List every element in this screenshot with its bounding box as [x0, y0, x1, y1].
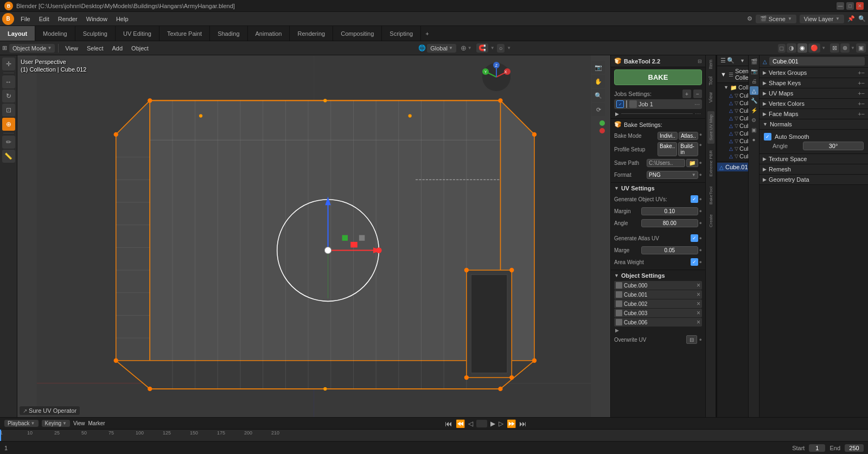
menu-render[interactable]: Render — [54, 15, 82, 23]
next-frame-button[interactable]: ⏩ — [507, 419, 516, 428]
tab-some-other[interactable]: Create — [707, 211, 714, 231]
vg-remove[interactable]: − — [861, 69, 865, 76]
tab-extreme-pbr[interactable]: Extreme PBR — [707, 147, 714, 180]
search-icon[interactable]: 🔍 — [858, 15, 866, 22]
tree-item-cube007[interactable]: △ ▽ Cube.007 👁 — [717, 152, 748, 160]
prop-icon-physics[interactable]: ⚙ — [750, 116, 758, 124]
geometry-data-header[interactable]: ▶ Geometry Data — [760, 175, 868, 185]
rotate-view-icon[interactable]: ⟳ — [592, 103, 605, 116]
props-object-name[interactable]: Cube.001 — [769, 57, 865, 66]
gizmo-toggle[interactable]: ⊠ — [830, 43, 839, 53]
obj-more-arrow[interactable]: ▶ — [615, 328, 619, 333]
gen-atlas-uv-check[interactable]: ✓ — [691, 234, 698, 242]
viewport-shading-1[interactable]: □ — [778, 44, 786, 53]
add-menu[interactable]: Add — [109, 44, 126, 53]
tab-layout[interactable]: Layout — [0, 26, 35, 41]
measure-tool[interactable]: 📏 — [2, 150, 15, 163]
bake-button[interactable]: BAKE — [614, 69, 702, 85]
prop-icon-output[interactable]: 🖨 — [750, 76, 758, 85]
maximize-button[interactable]: □ — [846, 2, 854, 10]
baketool-options[interactable]: ⊟ — [698, 59, 702, 64]
move-tool[interactable]: ↔ — [2, 75, 15, 88]
prop-icon-render[interactable]: 📷 — [750, 67, 758, 75]
uv-maps-header[interactable]: ▶ UV Maps + − — [760, 88, 868, 99]
pivot-icon[interactable]: ⊕ — [461, 44, 467, 52]
auto-smooth-check[interactable]: ✓ — [764, 133, 771, 140]
save-path-value[interactable]: C:\Users.. — [647, 159, 685, 167]
menu-help[interactable]: Help — [112, 15, 133, 23]
menu-window[interactable]: Window — [82, 15, 112, 23]
menu-edit[interactable]: Edit — [35, 15, 54, 23]
view-menu[interactable]: View — [62, 44, 81, 53]
marge-input[interactable]: 0.05 — [641, 246, 698, 254]
sk-remove[interactable]: − — [861, 80, 865, 86]
viewport[interactable]: User Perspective (1) Collection | Cube.0… — [17, 55, 610, 417]
keying-dropdown[interactable]: Keying ▼ — [42, 420, 71, 427]
transform-tool[interactable]: ⊕ — [2, 118, 15, 131]
face-maps-header[interactable]: ▶ Face Maps + − — [760, 109, 868, 119]
rotate-tool[interactable]: ↻ — [2, 89, 15, 103]
annotate-tool[interactable]: ✏ — [2, 136, 15, 149]
vertex-groups-header[interactable]: ▶ Vertex Groups + − — [760, 68, 868, 78]
scene-selector[interactable]: 🎬 Scene ▼ — [756, 15, 796, 23]
normals-angle-input[interactable]: 30° — [803, 142, 864, 150]
tab-uv-editing[interactable]: UV Editing — [116, 26, 159, 41]
tree-item-cube[interactable]: △ ▽ Cube 👁 — [717, 92, 748, 99]
tab-texture-paint[interactable]: Texture Paint — [159, 26, 210, 41]
tab-view[interactable]: View — [707, 89, 714, 106]
scale-tool[interactable]: ⊡ — [2, 104, 15, 117]
tree-item-cube005[interactable]: △ ▽ Cube.005 👁 — [717, 137, 748, 145]
navigation-gizmo[interactable]: X Y Z — [480, 61, 513, 93]
camera-view-icon[interactable]: 📷 — [592, 61, 605, 74]
format-dropdown[interactable]: PNG ▼ — [647, 171, 698, 179]
tab-tool[interactable]: Tool — [707, 73, 714, 89]
profile-value2[interactable]: Build-in — [678, 142, 698, 156]
uv-settings-header[interactable]: ▼ UV Settings — [614, 184, 702, 193]
viewport-shading-4[interactable]: 🔴 — [808, 43, 820, 53]
obj-remove-1[interactable]: × — [697, 291, 700, 298]
bake-settings-header[interactable]: 🍞 Bake Settings: — [614, 120, 702, 129]
browse-path-button[interactable]: 📁 — [686, 159, 698, 167]
tree-item-cube002[interactable]: △ ▽ Cube.002 👁 — [717, 114, 748, 122]
tab-rendering[interactable]: Rendering — [290, 26, 333, 41]
viewport-shading-3[interactable]: ◉ — [797, 43, 807, 53]
object-settings-header[interactable]: ▼ Object Settings — [614, 271, 702, 280]
zoom-icon[interactable]: 🔍 — [592, 89, 605, 102]
add-job-button[interactable]: + — [682, 89, 691, 98]
timeline-view-menu[interactable]: View — [73, 420, 85, 426]
gen-object-uvs-check[interactable]: ✓ — [691, 195, 698, 203]
prop-icon-particles[interactable]: ⚡ — [750, 106, 758, 114]
angle-input[interactable]: 80.00 — [641, 219, 698, 227]
bake-mode-value2[interactable]: Atlas.. — [679, 132, 698, 140]
tab-sculpting[interactable]: Sculpting — [75, 26, 116, 41]
remove-job-button[interactable]: − — [693, 89, 702, 98]
tab-item[interactable]: Item — [707, 56, 714, 73]
vertex-colors-header[interactable]: ▶ Vertex Colors + − — [760, 99, 868, 109]
prop-icon-material[interactable]: ● — [750, 135, 758, 144]
prev-key-button[interactable]: ◁ — [468, 420, 473, 427]
profile-value1[interactable]: Bake.. — [658, 142, 677, 156]
tree-item-cube003[interactable]: △ ▽ Cube.003 👁 — [717, 122, 748, 130]
tab-animation[interactable]: Animation — [248, 26, 290, 41]
play-icon[interactable]: ▶ — [615, 111, 619, 117]
tree-item-cube000[interactable]: △ ▽ Cube.000 👁 — [717, 99, 748, 107]
scene-triangle[interactable]: ▼ — [720, 71, 726, 78]
prev-frame-button[interactable]: ⏪ — [456, 419, 465, 428]
timeline-track[interactable]: 1 10 25 50 75 100 125 150 175 200 210 — [0, 430, 868, 441]
shape-keys-header[interactable]: ▶ Shape Keys + − — [760, 78, 868, 88]
overwrite-uv-input[interactable]: ⊟ — [686, 335, 697, 344]
object-mode-dropdown[interactable]: Object Mode ▼ — [9, 44, 55, 53]
tab-scripting[interactable]: Scripting — [382, 26, 421, 41]
end-frame-input[interactable]: 250 — [845, 444, 864, 452]
overlay-toggle[interactable]: ⊗ — [840, 43, 850, 53]
uvm-remove[interactable]: − — [861, 90, 865, 97]
remesh-header[interactable]: ▶ Remesh — [760, 164, 868, 175]
prop-icon-scene[interactable]: 🎬 — [750, 57, 758, 66]
tab-sure-uv-map[interactable]: Sure UV Map — [707, 111, 714, 144]
tree-filter-icon[interactable]: ▼ — [740, 58, 745, 63]
fm-remove[interactable]: − — [861, 111, 865, 117]
tree-item-cube006[interactable]: △ ▽ Cube.006 👁 — [717, 145, 748, 152]
select-menu[interactable]: Select — [84, 44, 107, 53]
prop-icon-object[interactable]: ▣ — [750, 125, 758, 134]
tab-baketool[interactable]: BakeTool — [707, 183, 714, 208]
